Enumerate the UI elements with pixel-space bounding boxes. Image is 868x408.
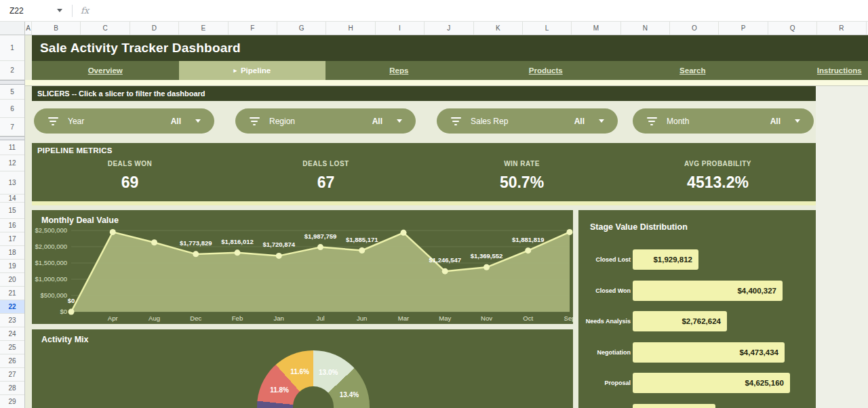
- row-header-29[interactable]: 29: [0, 395, 24, 408]
- donut-percent-label: 11.6%: [290, 367, 309, 375]
- column-header-A[interactable]: A: [25, 22, 32, 35]
- fx-icon: fx: [81, 5, 89, 16]
- bar-partial: [633, 404, 715, 408]
- svg-text:Apr: Apr: [108, 314, 118, 322]
- row-header-21[interactable]: 21: [0, 287, 24, 300]
- svg-text:$1,369,552: $1,369,552: [471, 252, 503, 260]
- column-header-M[interactable]: M: [572, 22, 620, 35]
- sheet-canvas[interactable]: Sale Activity Tracker Dashboard Overview…: [25, 35, 868, 408]
- column-header-O[interactable]: O: [670, 22, 719, 35]
- column-header-J[interactable]: J: [425, 22, 473, 35]
- column-header-R[interactable]: R: [817, 22, 866, 35]
- svg-text:Mar: Mar: [398, 314, 409, 322]
- slicer-region[interactable]: Region All: [235, 108, 416, 134]
- monthly-deal-value-chart[interactable]: Monthly Deal Value $2,500,000$2,000,000$…: [32, 210, 573, 324]
- bar-closed-lost: $1,929,812: [633, 249, 698, 270]
- tab-products[interactable]: Products: [473, 61, 620, 80]
- divider: [72, 5, 73, 17]
- area-chart: $2,500,000$2,000,000$1,500,000$1,000,000…: [32, 210, 573, 324]
- column-header-K[interactable]: K: [474, 22, 523, 35]
- column-header-N[interactable]: N: [621, 22, 670, 35]
- bar-negotiation: $4,473,434: [633, 342, 785, 363]
- column-header-Q[interactable]: Q: [768, 22, 817, 35]
- svg-text:$2,000,000: $2,000,000: [35, 243, 67, 250]
- dropdown-caret-icon: [795, 119, 800, 123]
- column-header-D[interactable]: D: [130, 22, 179, 35]
- row-header-7[interactable]: 7: [0, 118, 24, 136]
- bar-category-label: Needs Analysis: [578, 311, 631, 331]
- slicer-month[interactable]: Month All: [633, 108, 814, 134]
- row-header-12[interactable]: 12: [0, 155, 24, 171]
- hidden-rows-gap[interactable]: [0, 80, 24, 85]
- column-header-B[interactable]: B: [32, 22, 81, 35]
- row-header-14[interactable]: 14: [0, 195, 24, 203]
- column-header-C[interactable]: C: [81, 22, 130, 35]
- chart-title: Monthly Deal Value: [41, 216, 119, 225]
- column-header-G[interactable]: G: [277, 22, 326, 35]
- empty-cells-region[interactable]: [816, 86, 868, 408]
- svg-text:$2,500,000: $2,500,000: [35, 226, 67, 234]
- row-header-2[interactable]: 2: [0, 61, 24, 80]
- metrics-header: PIPELINE METRICS: [37, 146, 113, 155]
- svg-text:$1,500,000: $1,500,000: [35, 259, 67, 266]
- slicer-year[interactable]: Year All: [34, 108, 214, 134]
- activity-mix-chart[interactable]: Activity Mix 13.0%13.4%11.8%11.6%: [32, 329, 573, 408]
- row-header-27[interactable]: 27: [0, 368, 24, 382]
- column-header-H[interactable]: H: [326, 22, 375, 35]
- tab-search[interactable]: Search: [619, 61, 766, 80]
- stage-value-distribution-chart[interactable]: Stage Value Distribution Closed Lost$1,9…: [578, 210, 816, 408]
- column-header-P[interactable]: P: [719, 22, 768, 35]
- row-header-19[interactable]: 19: [0, 260, 24, 273]
- svg-text:$1,773,829: $1,773,829: [180, 239, 212, 247]
- bar-category-label: Proposal: [578, 373, 631, 393]
- svg-text:Jan: Jan: [274, 314, 284, 322]
- metric-avg-probability: AVG PROBABILITY 4513.2%: [620, 160, 816, 192]
- tab-overview[interactable]: Overview: [32, 61, 179, 80]
- svg-text:$1,885,171: $1,885,171: [346, 236, 378, 243]
- row-header-28[interactable]: 28: [0, 382, 24, 395]
- row-header-18[interactable]: 18: [0, 246, 24, 260]
- tab-instructions[interactable]: Instructions: [766, 61, 868, 80]
- row-header-6[interactable]: 6: [0, 100, 24, 118]
- column-header-E[interactable]: E: [179, 22, 228, 35]
- row-header-22[interactable]: 22: [0, 300, 24, 314]
- filter-icon: [646, 117, 657, 125]
- dropdown-caret-icon: [599, 119, 604, 123]
- column-headers: ABCDEFGHIJKLMNOPQR: [0, 22, 868, 35]
- formula-input[interactable]: [96, 0, 868, 22]
- row-headers: 1256711121314151617181920212223242526272…: [0, 35, 25, 408]
- bar-value-label: $4,625,160: [633, 373, 790, 393]
- row-header-26[interactable]: 26: [0, 354, 24, 368]
- row-header-16[interactable]: 16: [0, 219, 24, 232]
- svg-text:$1,000,000: $1,000,000: [35, 275, 67, 283]
- chart-title: Stage Value Distribution: [590, 222, 688, 232]
- select-all-corner[interactable]: [0, 22, 25, 35]
- column-header-I[interactable]: I: [376, 22, 425, 35]
- bar-value-label: $4,473,434: [633, 342, 785, 363]
- svg-text:Sep: Sep: [564, 314, 573, 322]
- name-box-value: Z22: [9, 6, 24, 16]
- dashboard-tab-bar: Overview ▸ Pipeline Reps Products Search…: [32, 61, 868, 80]
- tab-pipeline[interactable]: ▸ Pipeline: [179, 61, 326, 80]
- row-header-15[interactable]: 15: [0, 203, 24, 219]
- row-header-23[interactable]: 23: [0, 314, 24, 327]
- metric-win-rate: WIN RATE 50.7%: [424, 160, 620, 192]
- pipeline-metrics-panel: PIPELINE METRICS DEALS WON 69 DEALS LOST…: [32, 143, 816, 201]
- row-header-5[interactable]: 5: [0, 85, 24, 100]
- tab-reps[interactable]: Reps: [326, 61, 473, 80]
- svg-text:$1,816,012: $1,816,012: [221, 238, 254, 245]
- row-header-17[interactable]: 17: [0, 232, 24, 246]
- slicer-sales-rep[interactable]: Sales Rep All: [437, 108, 618, 134]
- row-header-11[interactable]: 11: [0, 140, 24, 155]
- svg-text:$1,246,547: $1,246,547: [429, 256, 461, 264]
- row-header-24[interactable]: 24: [0, 327, 24, 341]
- row-header-20[interactable]: 20: [0, 273, 24, 287]
- donut-chart: 13.0%13.4%11.8%11.6%: [257, 350, 370, 408]
- row-header-25[interactable]: 25: [0, 341, 24, 354]
- name-box[interactable]: Z22: [0, 6, 62, 16]
- column-header-F[interactable]: F: [229, 22, 277, 35]
- slicers-header: SLICERS -- Click a slicer to filter the …: [32, 86, 816, 101]
- column-header-L[interactable]: L: [523, 22, 572, 35]
- row-header-13[interactable]: 13: [0, 171, 24, 195]
- row-header-1[interactable]: 1: [0, 35, 24, 61]
